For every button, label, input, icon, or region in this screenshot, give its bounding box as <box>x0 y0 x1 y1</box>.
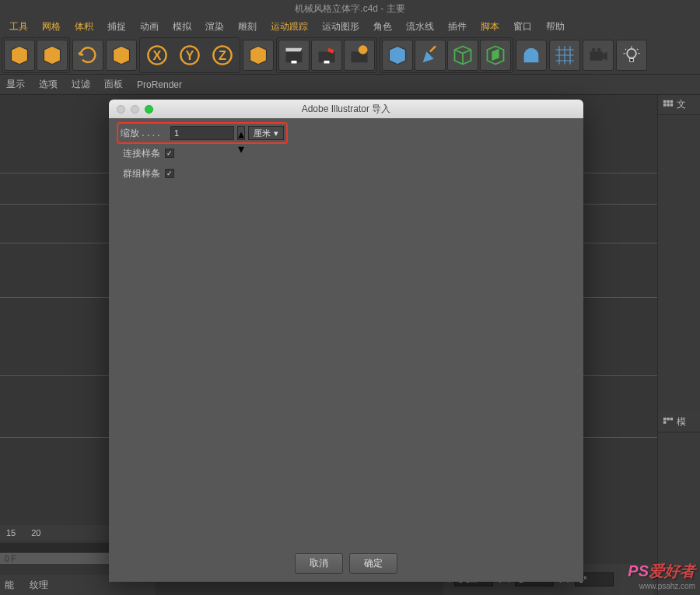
svg-rect-25 <box>663 421 667 424</box>
tl-start: 0 F <box>5 555 16 563</box>
unit-dropdown[interactable]: 厘米 ▾ <box>248 126 284 140</box>
axis-y-button[interactable]: Y <box>174 40 205 71</box>
dialog-minimize-button[interactable] <box>131 105 139 114</box>
tool-cube1[interactable] <box>4 40 35 71</box>
svg-rect-16 <box>663 100 667 103</box>
scale-spinner[interactable]: ▴ ▾ <box>237 126 245 140</box>
menu-character[interactable]: 角色 <box>367 18 398 36</box>
ok-button[interactable]: 确定 <box>349 553 397 574</box>
dialog-titlebar[interactable]: Adobe Illustrator 导入 <box>109 100 583 118</box>
menu-snap[interactable]: 捕捉 <box>101 18 132 36</box>
menu-plugins[interactable]: 插件 <box>442 18 473 36</box>
tl-mark: 15 <box>6 528 16 537</box>
tool-primitive-cube[interactable] <box>382 40 413 71</box>
connect-checkbox[interactable]: ✓ <box>165 149 174 158</box>
menu-bar: 工具 网格 体积 捕捉 动画 模拟 渲染 雕刻 运动跟踪 运动图形 角色 流水线… <box>0 17 700 36</box>
svg-rect-22 <box>663 417 667 420</box>
chevron-up-icon[interactable]: ▴ <box>238 127 244 142</box>
axis-x-button[interactable]: X <box>142 40 173 71</box>
rp-section-attrs[interactable]: 模 <box>658 412 700 432</box>
svg-rect-24 <box>670 417 674 420</box>
svg-rect-9 <box>324 61 330 64</box>
menu-simulate[interactable]: 模拟 <box>166 18 198 36</box>
menu-motion-tracking[interactable]: 运动跟踪 <box>264 18 314 36</box>
rp-label-2: 模 <box>677 415 686 429</box>
tool-wireframe2[interactable] <box>480 40 511 71</box>
svg-text:Z: Z <box>219 47 226 61</box>
svg-rect-19 <box>663 103 667 107</box>
import-dialog: Adobe Illustrator 导入 缩放 . . . . ▴ ▾ 厘米 ▾… <box>109 100 583 582</box>
dialog-title: Adobe Illustrator 导入 <box>109 103 583 116</box>
menu-window[interactable]: 窗口 <box>507 18 538 36</box>
bottom-tab-1[interactable]: 能 <box>5 579 14 592</box>
tool-camera[interactable] <box>583 40 614 71</box>
menu-mograph[interactable]: 运动图形 <box>316 18 366 36</box>
dialog-maximize-button[interactable] <box>145 105 153 114</box>
rp-section-objects[interactable]: 文 <box>658 95 700 115</box>
svg-point-14 <box>597 47 601 51</box>
tool-wireframe1[interactable] <box>447 40 478 71</box>
group-checkbox[interactable]: ✓ <box>165 169 174 178</box>
menu-animate[interactable]: 动画 <box>134 18 165 36</box>
svg-rect-23 <box>667 417 670 420</box>
rp-label-1: 文 <box>677 98 686 111</box>
dialog-footer: 取消 确定 <box>109 553 583 574</box>
svg-rect-20 <box>667 103 670 107</box>
tl-mark: 20 <box>31 528 40 537</box>
unit-label: 厘米 <box>254 128 271 139</box>
bottom-tab-2[interactable]: 纹理 <box>30 579 48 592</box>
menu-sculpt[interactable]: 雕刻 <box>232 18 263 36</box>
right-panel: 文 模 <box>657 95 700 595</box>
svg-rect-12 <box>590 51 603 61</box>
menu-render[interactable]: 渲染 <box>199 18 230 36</box>
menu-tools[interactable]: 工具 <box>3 18 34 36</box>
app-title: 机械风格立体字.c4d - 主要 <box>295 3 404 14</box>
wm-cn: 爱好者 <box>649 562 695 579</box>
chevron-down-icon[interactable]: ▾ <box>238 142 244 156</box>
wm-url: www.psahz.com <box>628 582 695 590</box>
scale-highlight: 缩放 . . . . ▴ ▾ 厘米 ▾ <box>117 122 288 144</box>
sub-panel[interactable]: 面板 <box>104 78 123 91</box>
menu-mesh[interactable]: 网格 <box>36 18 67 36</box>
svg-text:X: X <box>153 47 162 61</box>
grid-icon <box>663 100 674 110</box>
dialog-close-button[interactable] <box>117 105 125 114</box>
group-label: 群组样条 <box>123 167 160 180</box>
tool-shape-blue[interactable] <box>516 40 547 71</box>
viewport-toolbar: 显示 选项 过滤 面板 ProRender <box>0 75 700 95</box>
dialog-body: 缩放 . . . . ▴ ▾ 厘米 ▾ 连接样条 ✓ 群组样条 ✓ <box>109 118 583 191</box>
wm-en: PS <box>628 562 649 579</box>
sub-prorender[interactable]: ProRender <box>137 79 182 90</box>
cancel-button[interactable]: 取消 <box>295 553 343 574</box>
tool-clapper2[interactable] <box>311 40 342 71</box>
menu-pipeline[interactable]: 流水线 <box>400 18 440 36</box>
svg-text:Y: Y <box>186 47 194 61</box>
grid-icon <box>663 417 674 428</box>
tool-grid[interactable] <box>549 40 580 71</box>
tool-light[interactable] <box>616 40 647 71</box>
tool-pen[interactable] <box>415 40 446 71</box>
tool-cube3[interactable] <box>106 40 137 71</box>
tool-refresh[interactable] <box>72 40 103 71</box>
svg-rect-7 <box>292 61 297 64</box>
watermark: PS爱好者 www.psahz.com <box>628 561 695 590</box>
sub-filter[interactable]: 过滤 <box>72 78 90 91</box>
svg-point-15 <box>627 48 636 58</box>
menu-script[interactable]: 脚本 <box>474 18 506 36</box>
tool-clapper1[interactable] <box>278 40 310 71</box>
scale-input[interactable] <box>170 126 234 140</box>
svg-rect-17 <box>667 100 670 103</box>
sub-options[interactable]: 选项 <box>39 78 58 91</box>
main-toolbar: X Y Z <box>0 36 700 75</box>
svg-rect-18 <box>670 100 674 103</box>
tool-clapper-gear[interactable] <box>344 40 375 71</box>
tool-cube-orange[interactable] <box>243 40 274 71</box>
sub-display[interactable]: 显示 <box>6 78 25 91</box>
svg-point-11 <box>359 45 368 54</box>
tool-cube2[interactable] <box>37 40 68 71</box>
svg-point-13 <box>592 47 596 51</box>
menu-help[interactable]: 帮助 <box>540 18 571 36</box>
axis-z-button[interactable]: Z <box>207 40 238 71</box>
connect-label: 连接样条 <box>123 147 160 160</box>
menu-volume[interactable]: 体积 <box>68 18 100 36</box>
